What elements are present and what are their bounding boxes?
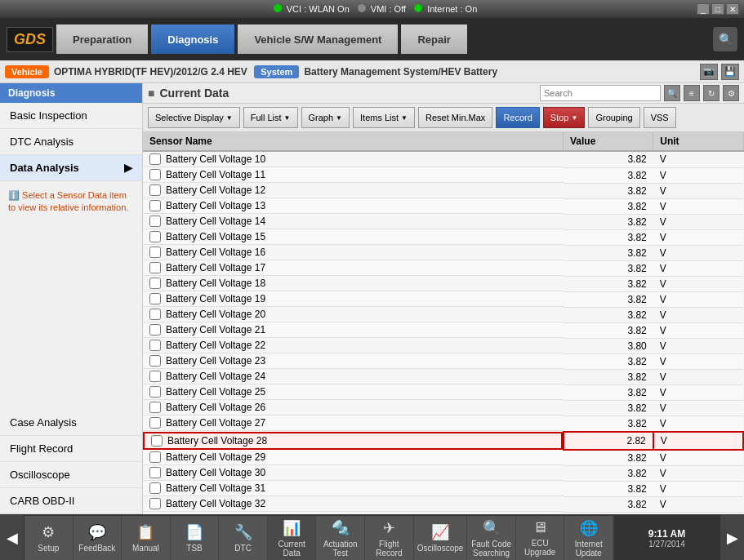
sensor-name-cell: Battery Cell Voltage 21	[166, 324, 265, 336]
row-checkbox[interactable]	[149, 482, 161, 494]
vss-button[interactable]: VSS	[644, 107, 676, 128]
taskbar-right-arrow[interactable]: ▶	[719, 515, 744, 560]
stop-button[interactable]: Stop ▼	[543, 107, 586, 128]
row-checkbox[interactable]	[149, 231, 161, 242]
taskbar-manual[interactable]: 📋 Manual	[122, 516, 171, 560]
row-checkbox[interactable]	[149, 340, 161, 351]
row-checkbox[interactable]	[149, 451, 161, 463]
grouping-button[interactable]: Grouping	[588, 107, 639, 128]
table-row[interactable]: Battery Cell Voltage 233.82V	[143, 353, 743, 369]
row-checkbox[interactable]	[149, 278, 161, 289]
table-row[interactable]: Battery Cell Voltage 273.82V	[143, 416, 743, 432]
sidebar-item-oscilloscope[interactable]: Oscilloscope	[0, 462, 142, 488]
row-checkbox[interactable]	[149, 247, 161, 258]
sidebar-item-case-analysis[interactable]: Case Analysis	[0, 410, 142, 436]
global-search-button[interactable]: 🔍	[713, 27, 737, 51]
diagnosis-nav[interactable]: Diagnosis	[151, 24, 234, 54]
row-checkbox[interactable]	[149, 153, 161, 165]
camera-controls: 📷 💾	[700, 64, 739, 80]
vehicle-sw-nav[interactable]: Vehicle S/W Management	[238, 24, 398, 54]
taskbar-flight-record[interactable]: ✈ Flight Record	[365, 516, 414, 560]
sidebar-item-basic-inspection[interactable]: Basic Inspection	[0, 103, 142, 129]
table-row[interactable]: Battery Cell Voltage 282.82V	[143, 432, 743, 450]
repair-nav[interactable]: Repair	[401, 24, 466, 54]
row-checkbox[interactable]	[149, 293, 161, 304]
table-row[interactable]: Battery Cell Voltage 223.80V	[143, 338, 743, 353]
taskbar-feedback[interactable]: 💬 FeedBack	[74, 516, 123, 560]
row-checkbox[interactable]	[149, 200, 161, 211]
row-checkbox[interactable]	[149, 402, 161, 413]
row-checkbox[interactable]	[149, 184, 161, 196]
row-checkbox[interactable]	[149, 262, 161, 273]
preparation-nav[interactable]: Preparation	[56, 24, 148, 54]
sensor-unit-cell: V	[653, 369, 743, 384]
graph-button[interactable]: Graph ▼	[301, 107, 350, 128]
sensor-name-cell: Battery Cell Voltage 22	[166, 340, 265, 351]
settings-button[interactable]: ⚙	[723, 85, 739, 101]
sidebar-item-dtc-analysis[interactable]: DTC Analysis	[0, 129, 142, 155]
sidebar-item-flight-record[interactable]: Flight Record	[0, 436, 142, 462]
row-checkbox[interactable]	[149, 498, 161, 509]
table-row[interactable]: Battery Cell Voltage 313.82V	[143, 481, 743, 496]
table-row[interactable]: Battery Cell Voltage 263.82V	[143, 400, 743, 416]
table-row[interactable]: Battery Cell Voltage 163.82V	[143, 245, 743, 260]
camera-button[interactable]: 📷	[700, 64, 718, 80]
sidebar-item-carb-obd[interactable]: CARB OBD-II	[0, 488, 142, 514]
row-checkbox[interactable]	[149, 355, 161, 367]
table-row[interactable]: Battery Cell Voltage 103.82V	[143, 151, 743, 167]
table-row[interactable]: Battery Cell Voltage 183.82V	[143, 276, 743, 291]
row-checkbox[interactable]	[149, 169, 161, 180]
taskbar-ecu-upgrade[interactable]: 🖥 ECU Upgrade	[516, 516, 565, 560]
vehicle-badge: Vehicle	[5, 65, 49, 78]
sidebar-item-data-analysis[interactable]: Data Analysis ▶	[0, 155, 142, 181]
row-checkbox[interactable]	[149, 216, 161, 227]
table-row[interactable]: Battery Cell Voltage 123.82V	[143, 183, 743, 198]
taskbar-internet-update[interactable]: 🌐 Internet Update	[564, 516, 613, 560]
row-checkbox[interactable]	[149, 467, 161, 478]
table-row[interactable]: Battery Cell Voltage 193.82V	[143, 291, 743, 307]
table-row[interactable]: Battery Cell Voltage 133.82V	[143, 198, 743, 214]
actuation-label: Actuation Test	[319, 540, 361, 558]
table-row[interactable]: Battery Cell Voltage 323.82V	[143, 496, 743, 512]
taskbar-actuation[interactable]: 🔩 Actuation Test	[316, 516, 365, 560]
taskbar-oscilloscope[interactable]: 📈 Oscilloscope	[414, 516, 468, 560]
table-row[interactable]: Battery Cell Voltage 243.82V	[143, 369, 743, 384]
sensor-value-cell: 3.82	[564, 245, 653, 260]
row-checkbox[interactable]	[149, 324, 161, 336]
selective-display-button[interactable]: Selective Display ▼	[148, 107, 240, 128]
table-row[interactable]: Battery Cell Voltage 253.82V	[143, 384, 743, 400]
content-header: ■ Current Data 🔍 ≡ ↻ ⚙	[143, 83, 744, 104]
taskbar-dtc[interactable]: 🔧 DTC	[219, 516, 268, 560]
taskbar-setup[interactable]: ⚙ Setup	[25, 516, 74, 560]
reset-min-max-button[interactable]: Reset Min.Max	[418, 107, 492, 128]
full-list-button[interactable]: Full List ▼	[243, 107, 298, 128]
row-checkbox[interactable]	[149, 417, 161, 429]
table-row[interactable]: Battery Cell Voltage 213.82V	[143, 322, 743, 338]
table-row[interactable]: Battery Cell Voltage 203.82V	[143, 307, 743, 322]
search-button[interactable]: 🔍	[664, 85, 680, 101]
row-checkbox[interactable]	[151, 435, 163, 447]
restore-button[interactable]: □	[711, 3, 724, 15]
refresh-button[interactable]: ↻	[703, 85, 719, 101]
table-row[interactable]: Battery Cell Voltage 303.82V	[143, 465, 743, 481]
close-button[interactable]: ✕	[726, 3, 739, 15]
taskbar-tsb[interactable]: 📄 TSB	[171, 516, 220, 560]
table-row[interactable]: Battery Cell Voltage 153.82V	[143, 229, 743, 245]
row-checkbox[interactable]	[149, 371, 161, 382]
taskbar-left-arrow[interactable]: ◀	[0, 515, 25, 560]
record-button[interactable]: Record	[496, 107, 539, 128]
table-row[interactable]: Battery Cell Voltage 173.82V	[143, 260, 743, 276]
taskbar-fault-code[interactable]: 🔍 Fault Code Searching	[467, 516, 516, 560]
items-list-button[interactable]: Items List ▼	[353, 107, 415, 128]
save-button[interactable]: 💾	[721, 64, 739, 80]
table-row[interactable]: Battery Cell Voltage 113.82V	[143, 167, 743, 183]
minimize-button[interactable]: _	[697, 3, 710, 15]
list-view-button[interactable]: ≡	[684, 85, 700, 101]
row-checkbox[interactable]	[149, 386, 161, 398]
taskbar-current-data[interactable]: 📊 Current Data	[268, 516, 317, 560]
sensor-value-cell: 3.82	[564, 416, 653, 432]
search-input[interactable]	[540, 85, 661, 101]
row-checkbox[interactable]	[149, 309, 161, 320]
table-row[interactable]: Battery Cell Voltage 293.82V	[143, 450, 743, 466]
table-row[interactable]: Battery Cell Voltage 143.82V	[143, 214, 743, 229]
